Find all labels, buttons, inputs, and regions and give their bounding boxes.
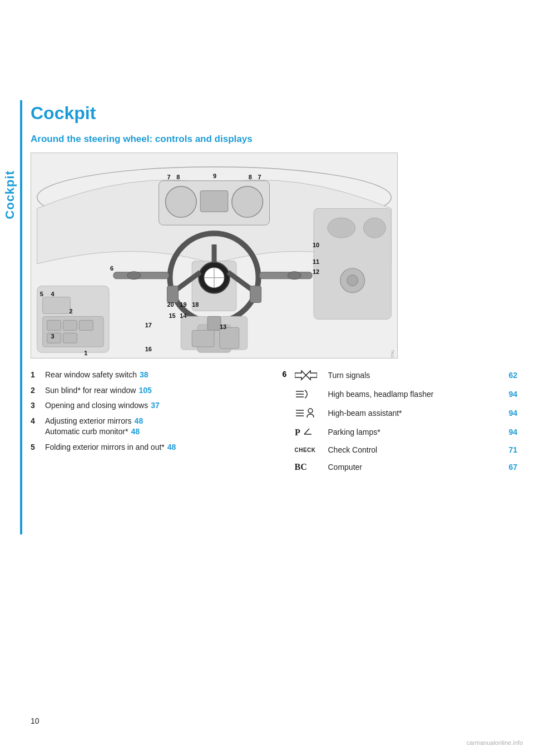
svg-rect-12 [250, 286, 261, 303]
svg-rect-28 [63, 333, 77, 343]
svg-rect-17 [113, 272, 169, 279]
item-page: 38 [140, 370, 149, 379]
right-item-label: Computer [328, 463, 506, 472]
item-page: 37 [151, 401, 160, 410]
svg-text:3: 3 [51, 333, 55, 340]
watermark: carmanualonline.info [466, 739, 523, 746]
right-item-label: Turn signals [328, 371, 506, 380]
svg-text:20: 20 [167, 301, 174, 308]
svg-text:7: 7 [258, 174, 261, 180]
right-item-page: 94 [508, 390, 517, 399]
right-list-item-turn-signals: Turn signals 62 [295, 370, 518, 381]
right-items-column: 6 Turn signals 62 [283, 370, 518, 485]
svg-text:10: 10 [313, 242, 319, 248]
svg-rect-24 [47, 320, 61, 330]
right-item-page: 67 [508, 463, 517, 472]
item-number: 2 [31, 385, 42, 396]
svg-point-15 [232, 186, 263, 218]
svg-point-34 [347, 275, 358, 286]
right-list-item-high-beams: High beams, headlamp flasher 94 [295, 389, 518, 400]
svg-marker-62 [295, 371, 306, 380]
svg-point-70 [308, 409, 313, 413]
item-page-sub: 48 [131, 427, 140, 436]
bc-icon-text: BC [295, 462, 307, 472]
svg-text:13: 13 [220, 323, 226, 330]
cockpit-svg: 1 2 3 4 5 6 7 8 9 8 7 10 11 12 1 [31, 153, 397, 358]
cockpit-diagram: 1 2 3 4 5 6 7 8 9 8 7 10 11 12 1 [31, 153, 398, 359]
svg-text:6: 6 [110, 265, 113, 272]
svg-text:18: 18 [192, 301, 199, 308]
item-text: Folding exterior mirrors in and out*48 [45, 442, 266, 453]
svg-point-18 [127, 272, 141, 279]
item-page: 105 [139, 386, 151, 395]
right-items-group: Turn signals 62 [295, 370, 518, 480]
right-item-page: 94 [508, 409, 517, 418]
list-item: 4 Adjusting exterior mirrors48 Automatic… [31, 416, 266, 438]
sidebar-label: Cockpit [3, 170, 17, 219]
svg-rect-19 [260, 272, 312, 279]
svg-line-72 [304, 429, 309, 434]
svg-text:14: 14 [180, 312, 187, 319]
right-item-page: 71 [508, 445, 517, 454]
right-list-item-check-control: CHECK Check Control 71 [295, 445, 518, 454]
computer-bc-icon: BC [295, 462, 324, 472]
right-list-item-parking-lamps: P Parking lamps* 94 [295, 426, 518, 438]
page-title: Cockpit [31, 103, 517, 124]
sidebar-tab: Cockpit [0, 100, 20, 289]
items-grid: 1 Rear window safety switch38 2 Sun blin… [31, 370, 517, 485]
blue-accent-line [20, 100, 22, 534]
svg-text:7: 7 [167, 174, 170, 180]
svg-text:8: 8 [176, 174, 180, 180]
right-item-page: 62 [508, 371, 517, 380]
svg-rect-38 [220, 327, 239, 348]
high-beam-assistant-icon [295, 408, 324, 419]
svg-text:12: 12 [313, 268, 319, 275]
item-text: Rear window safety switch38 [45, 370, 266, 381]
left-items-column: 1 Rear window safety switch38 2 Sun blin… [31, 370, 266, 485]
svg-rect-29 [43, 297, 71, 314]
svg-text:5: 5 [40, 291, 43, 297]
svg-rect-16 [200, 191, 228, 212]
right-item-label: High beams, headlamp flasher [328, 390, 506, 399]
turn-signals-icon [295, 370, 324, 381]
svg-text:1: 1 [84, 350, 87, 356]
item-number: 1 [31, 370, 42, 381]
svg-point-32 [364, 218, 386, 238]
right-item-label: High-beam assistant* [328, 409, 506, 418]
item-page: 48 [167, 443, 176, 451]
item-page: 48 [135, 416, 144, 425]
right-item-label: Check Control [328, 445, 506, 454]
svg-point-14 [165, 186, 196, 218]
svg-text:11: 11 [313, 258, 319, 265]
svg-rect-11 [167, 286, 178, 303]
svg-point-31 [328, 218, 355, 238]
svg-text:19: 19 [180, 301, 186, 308]
right-item-label: Parking lamps* [328, 428, 506, 436]
page-number: 10 [31, 716, 39, 725]
check-control-icon: CHECK [295, 447, 324, 453]
section-6-number: 6 [283, 370, 291, 379]
svg-text:16: 16 [145, 346, 152, 352]
section-title: Around the steering wheel: controls and … [31, 134, 517, 145]
parking-lamps-icon: P [295, 426, 324, 438]
list-item: 2 Sun blind* for rear window105 [31, 385, 266, 396]
svg-text:9: 9 [213, 173, 216, 179]
svg-rect-26 [79, 320, 93, 330]
item-text: Sun blind* for rear window105 [45, 385, 266, 396]
right-list-item-high-beam-assistant: High-beam assistant* 94 [295, 408, 518, 419]
list-item: 1 Rear window safety switch38 [31, 370, 266, 381]
svg-rect-37 [192, 330, 214, 347]
high-beams-icon [295, 389, 324, 400]
list-item: 3 Opening and closing windows37 [31, 400, 266, 411]
svg-text:15: 15 [169, 312, 175, 319]
item-number: 3 [31, 400, 42, 411]
right-item-page: 94 [508, 428, 517, 436]
item-number: 5 [31, 442, 42, 453]
svg-rect-36 [207, 316, 221, 330]
svg-text:TKi2_01e08/Ph1: TKi2_01e08/Ph1 [390, 350, 394, 358]
item-number: 4 [31, 416, 42, 427]
right-list-item-computer: BC Computer 67 [295, 462, 518, 472]
check-icon-text: CHECK [295, 447, 316, 453]
svg-text:8: 8 [249, 174, 252, 180]
svg-text:P: P [295, 428, 300, 437]
